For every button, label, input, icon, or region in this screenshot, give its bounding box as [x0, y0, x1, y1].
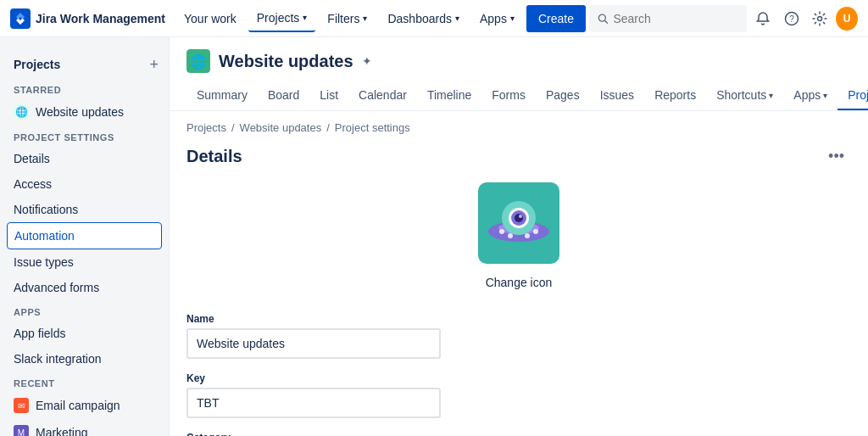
search-icon [598, 13, 608, 25]
project-title: Website updates [219, 52, 353, 71]
apps-nav[interactable]: Apps ▾ [471, 5, 523, 32]
tab-board[interactable]: Board [258, 81, 309, 110]
filters-nav[interactable]: Filters ▾ [319, 5, 376, 32]
sidebar-header: Projects + [0, 51, 169, 78]
sidebar-item-issue-types[interactable]: Issue types [0, 249, 169, 275]
app-name: Jira Work Management [36, 12, 165, 25]
create-button[interactable]: Create [526, 5, 586, 32]
category-field: Category Choose a category [186, 432, 441, 436]
svg-line-2 [604, 20, 607, 23]
breadcrumb-sep-1: / [231, 121, 235, 134]
key-label: Key [186, 372, 441, 384]
project-icon: 🌐 [186, 49, 210, 73]
main-layout: Projects + STARRED 🌐 Website updates PRO… [0, 37, 868, 436]
tab-reports[interactable]: Reports [644, 81, 706, 110]
sidebar-item-app-fields[interactable]: App fields [0, 321, 169, 346]
chevron-down-icon: ▾ [363, 14, 367, 23]
svg-point-14 [515, 214, 523, 222]
starred-section-title: STARRED [0, 78, 169, 98]
top-nav: Jira Work Management Your work Projects … [0, 0, 868, 37]
project-header: 🌐 Website updates ✦ Summary Board List C… [170, 37, 868, 111]
projects-nav[interactable]: Projects ▾ [248, 5, 316, 32]
tab-issues[interactable]: Issues [590, 81, 644, 110]
tab-list[interactable]: List [309, 81, 348, 110]
svg-point-5 [818, 16, 822, 20]
add-project-button[interactable]: + [149, 56, 159, 74]
tab-pages[interactable]: Pages [536, 81, 590, 110]
tab-calendar[interactable]: Calendar [348, 81, 417, 110]
project-big-icon [478, 182, 559, 264]
name-input[interactable] [186, 328, 441, 359]
project-settings-section-title: PROJECT SETTINGS [0, 126, 169, 146]
details-title: Details [186, 147, 242, 166]
breadcrumb-sep-2: / [326, 121, 330, 134]
tab-forms[interactable]: Forms [481, 81, 536, 110]
search-bar[interactable] [589, 5, 747, 32]
sidebar-item-advanced-forms[interactable]: Advanced forms [0, 275, 169, 300]
sidebar-item-notifications[interactable]: Notifications [0, 197, 169, 222]
recent-section-title: RECENT [0, 372, 169, 392]
icon-area: Change icon [186, 182, 851, 293]
marketing-icon: M [14, 425, 29, 436]
sidebar-item-automation[interactable]: Automation [7, 222, 162, 249]
chevron-down-icon: ▾ [769, 91, 773, 100]
more-options-button[interactable]: ••• [821, 144, 851, 169]
dashboards-nav[interactable]: Dashboards ▾ [379, 5, 468, 32]
sidebar-item-access[interactable]: Access [0, 171, 169, 197]
tab-timeline[interactable]: Timeline [417, 81, 481, 110]
chevron-down-icon: ▾ [510, 14, 515, 23]
sidebar-item-marketing[interactable]: M Marketing [0, 419, 169, 436]
website-updates-icon: 🌐 [14, 104, 29, 120]
jira-logo-icon [10, 8, 31, 29]
key-field: Key [186, 372, 441, 418]
sidebar-item-details[interactable]: Details [0, 146, 169, 171]
svg-rect-0 [10, 8, 31, 29]
chevron-down-icon: ▾ [823, 91, 827, 100]
key-input[interactable] [186, 388, 441, 418]
svg-point-18 [525, 233, 530, 238]
help-button[interactable]: ? [779, 5, 804, 32]
breadcrumb-current: Project settings [335, 121, 410, 134]
tabs-bar: Summary Board List Calendar Timeline For… [186, 81, 851, 110]
main-content: 🌐 Website updates ✦ Summary Board List C… [170, 37, 868, 436]
breadcrumb: Projects / Website updates / Project set… [170, 111, 868, 137]
sidebar-item-slack-integration[interactable]: Slack integration [0, 346, 169, 372]
svg-text:?: ? [789, 14, 794, 24]
your-work-nav[interactable]: Your work [175, 5, 245, 32]
notifications-button[interactable] [750, 5, 776, 32]
help-icon: ? [784, 11, 799, 26]
tab-apps[interactable]: Apps ▾ [783, 81, 837, 110]
svg-point-15 [519, 215, 522, 218]
sidebar-item-website-updates[interactable]: 🌐 Website updates [0, 98, 169, 126]
tab-shortcuts[interactable]: Shortcuts ▾ [706, 81, 783, 110]
bell-icon [755, 11, 771, 26]
change-icon-button[interactable]: Change icon [479, 272, 559, 293]
sidebar-item-email-campaign[interactable]: ✉ Email campaign [0, 392, 169, 419]
app-logo[interactable]: Jira Work Management [10, 8, 165, 29]
project-title-row: 🌐 Website updates ✦ [186, 49, 851, 73]
svg-point-16 [499, 229, 504, 234]
svg-point-19 [533, 229, 538, 234]
breadcrumb-website-updates[interactable]: Website updates [240, 121, 322, 134]
tab-project-settings[interactable]: Project settings [837, 81, 868, 110]
svg-text:🌐: 🌐 [190, 53, 207, 70]
name-label: Name [186, 313, 441, 325]
avatar[interactable]: U [836, 7, 858, 31]
details-header: Details ••• [186, 144, 851, 169]
details-section: Details ••• [170, 137, 868, 436]
project-star-button[interactable]: ✦ [362, 54, 372, 68]
settings-button[interactable] [808, 5, 833, 32]
tab-summary[interactable]: Summary [186, 81, 258, 110]
chevron-down-icon: ▾ [303, 13, 307, 22]
chevron-down-icon: ▾ [455, 14, 459, 23]
gear-icon [812, 11, 827, 26]
email-campaign-icon: ✉ [14, 398, 29, 413]
sidebar: Projects + STARRED 🌐 Website updates PRO… [0, 37, 170, 436]
search-input[interactable] [613, 12, 738, 25]
apps-section-title: APPS [0, 300, 169, 321]
breadcrumb-projects[interactable]: Projects [186, 121, 226, 134]
svg-point-17 [508, 233, 513, 238]
name-field: Name [186, 313, 441, 359]
category-label: Category [186, 432, 441, 436]
